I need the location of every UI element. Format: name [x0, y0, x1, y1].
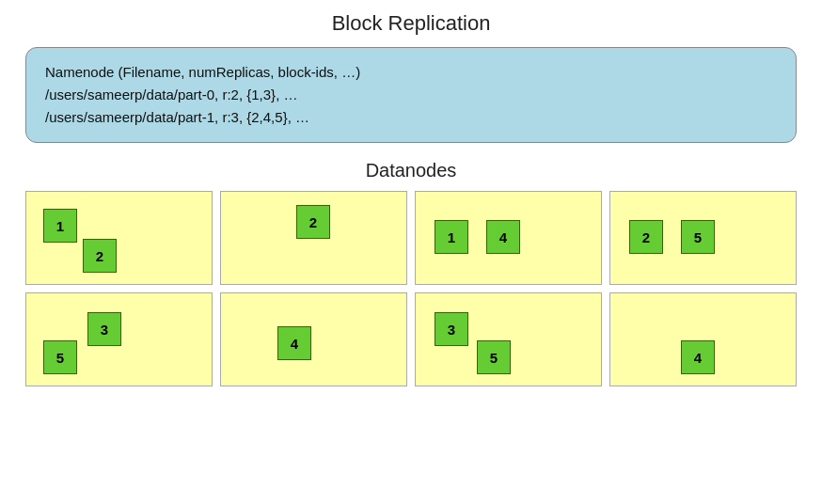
block-3: 3 [87, 312, 121, 346]
block-5: 5 [477, 340, 511, 374]
namenode-line1: Namenode (Filename, numReplicas, block-i… [45, 64, 360, 80]
block-5: 5 [43, 340, 77, 374]
block-2: 2 [296, 205, 330, 239]
block-2: 2 [83, 239, 117, 273]
block-2: 2 [629, 220, 663, 254]
namenode-line2: /users/sameerp/data/part-0, r:2, {1,3}, … [45, 87, 297, 102]
datanode-cell: 25 [609, 191, 797, 285]
datanodes-label: Datanodes [366, 160, 457, 181]
namenode-box: Namenode (Filename, numReplicas, block-i… [25, 47, 797, 143]
datanode-cell: 12 [25, 191, 213, 285]
datanode-grid: 1221425534354 [25, 191, 797, 386]
datanode-cell: 35 [415, 292, 602, 386]
page-title: Block Replication [332, 11, 491, 36]
block-1: 1 [435, 220, 468, 254]
block-4: 4 [277, 326, 311, 360]
block-3: 3 [435, 312, 468, 346]
datanode-cell: 53 [25, 292, 213, 386]
block-4: 4 [486, 220, 520, 254]
block-4: 4 [681, 340, 715, 374]
block-1: 1 [43, 209, 77, 243]
datanode-cell: 14 [415, 191, 602, 285]
datanode-cell: 4 [220, 292, 407, 386]
datanode-cell: 2 [220, 191, 407, 285]
page: Block Replication Namenode (Filename, nu… [0, 0, 822, 504]
block-5: 5 [681, 220, 715, 254]
namenode-line3: /users/sameerp/data/part-1, r:3, {2,4,5}… [45, 109, 309, 125]
datanode-cell: 4 [609, 292, 797, 386]
